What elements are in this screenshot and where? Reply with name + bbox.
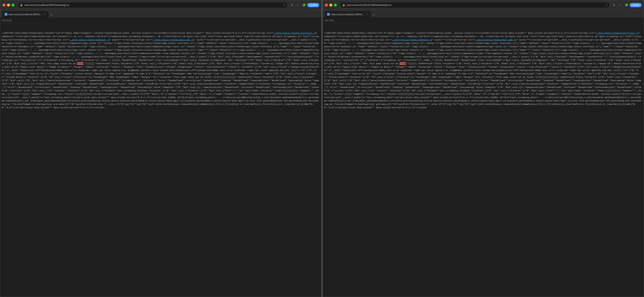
right-title-bar: 🔒 view-source:localhost:3000/streaming-r… [322, 0, 644, 10]
right-refresh-icon[interactable]: ↻ [606, 4, 608, 6]
right-close-button[interactable] [325, 3, 328, 6]
left-minimize-button[interactable] [7, 3, 10, 6]
right-tab-title: view-source:localhost:3000/s... [331, 13, 364, 16]
left-line-wrap-label: Line wrap [2, 19, 12, 22]
left-share-icon[interactable]: ⬆ [289, 2, 294, 8]
right-line-wrap-label: Line wrap [324, 19, 334, 22]
right-source-content: <!DOCTYPE html><html><head><meta charSet… [322, 23, 644, 297]
right-tab-active[interactable]: view-source:localhost:3000/s... ✕ [325, 11, 371, 17]
right-line-wrap-bar: Line wrap [322, 17, 644, 23]
right-tab-favicon [327, 13, 330, 16]
right-update-button[interactable]: Update [630, 3, 642, 7]
left-traffic-lights [2, 3, 14, 6]
right-bookmark-icon[interactable]: ☆ [618, 2, 623, 8]
right-tab-bar: view-source:localhost:3000/s... ✕ + [322, 10, 644, 17]
left-source-lines[interactable]: <!DOCTYPE html><html><head><meta charSet… [0, 25, 322, 295]
right-traffic-lights [325, 3, 337, 6]
left-bookmark-icon[interactable]: ☆ [295, 2, 300, 8]
right-source-lines[interactable]: <!DOCTYPE html><html><head><meta charSet… [322, 25, 644, 295]
left-update-button[interactable]: Update [307, 3, 319, 7]
left-source-content: <!DOCTYPE html><html><head><meta charSet… [0, 23, 322, 297]
right-url-bar[interactable]: 🔒 view-source:localhost:3000/streaming-r… [340, 2, 610, 8]
left-extensions-icon[interactable]: 🧩 [301, 2, 306, 8]
right-lock-icon: 🔒 [342, 4, 345, 6]
left-maximize-button[interactable] [12, 3, 14, 6]
right-nav-actions: ⬆ ☆ 🧩 Update [612, 2, 642, 8]
left-close-button[interactable] [2, 3, 6, 6]
right-share-icon[interactable]: ⬆ [612, 2, 617, 8]
left-new-tab-button[interactable]: + [49, 12, 54, 17]
right-minimize-button[interactable] [329, 3, 332, 6]
left-tab-active[interactable]: view-source:localhost:3000/s... ✕ [2, 11, 48, 17]
left-lock-icon: 🔒 [20, 4, 23, 6]
right-maximize-button[interactable] [334, 3, 337, 6]
right-extensions-icon[interactable]: 🧩 [624, 2, 629, 8]
right-browser-window: 🔒 view-source:localhost:3000/streaming-r… [322, 0, 644, 297]
left-tab-bar: view-source:localhost:3000/s... ✕ + [0, 10, 322, 17]
left-tab-favicon [5, 13, 7, 16]
left-line-wrap-bar: Line wrap [0, 17, 322, 23]
left-browser-window: 🔒 view-source:localhost:3000/streaming-r… [0, 0, 322, 297]
left-tab-title: view-source:localhost:3000/s... [8, 13, 42, 16]
left-url-bar[interactable]: 🔒 view-source:localhost:3000/streaming-r… [18, 2, 288, 8]
found-highlight: found [400, 62, 406, 65]
right-tab-close-icon[interactable]: ✕ [366, 13, 368, 16]
right-new-tab-button[interactable]: + [371, 12, 376, 17]
left-nav-actions: ⬆ ☆ 🧩 Update [289, 2, 319, 8]
left-title-bar: 🔒 view-source:localhost:3000/streaming-r… [0, 0, 322, 10]
right-url-text: view-source:localhost:3000/streaming-rsc [347, 3, 604, 6]
left-refresh-icon[interactable]: ↻ [284, 4, 285, 6]
left-tab-close-icon[interactable]: ✕ [43, 13, 46, 16]
left-url-text: view-source:localhost:3000/streaming-rsc [24, 3, 282, 6]
